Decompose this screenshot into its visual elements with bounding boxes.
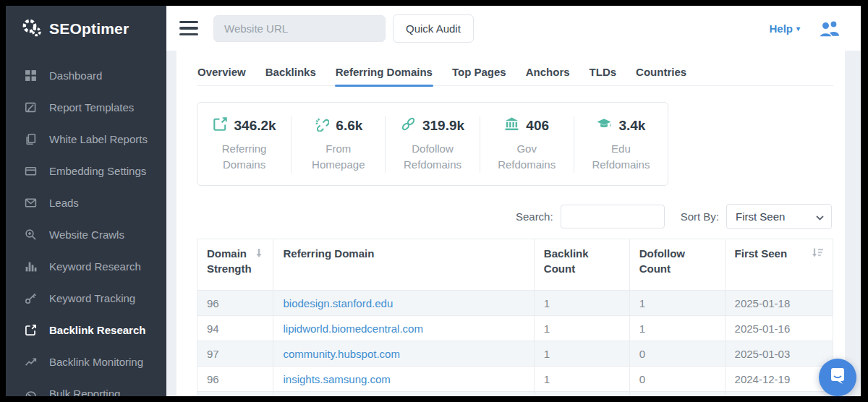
bank-icon [504, 116, 519, 134]
stat-label: Referring Domains [211, 141, 278, 173]
embedding-settings-icon [24, 164, 37, 177]
sidebar-item-bulk-reporting[interactable]: Bulk Reporting [6, 377, 166, 396]
tab-overview[interactable]: Overview [197, 61, 247, 85]
cell-referring-domain: lipidworld.biomedcentral.com [273, 316, 534, 341]
sidebar-item-leads[interactable]: Leads [6, 187, 166, 218]
hamburger-menu-icon[interactable] [179, 21, 198, 36]
sidebar-item-embedding-settings[interactable]: Embedding Settings [6, 155, 166, 187]
cell-domain-strength: 94 [197, 316, 273, 341]
referring-domain-link[interactable]: lipidworld.biomedcentral.com [283, 322, 422, 335]
stat-value: 3.4k [618, 118, 645, 134]
cell-dofollow-count: 1 [629, 291, 725, 316]
topbar: Quick Audit Help ▾ [166, 6, 861, 51]
stat-referring-domains: 346.2k Referring Domains [197, 116, 292, 173]
website-crawls-search-icon [24, 228, 37, 241]
broken-link-icon [314, 116, 329, 134]
cell-dofollow-count: 2 [629, 392, 725, 397]
app-window: SEOptimer Dashboard Report Templates Whi… [6, 6, 861, 396]
brand-logo[interactable]: SEOptimer [6, 6, 166, 52]
sidebar-item-backlink-monitoring[interactable]: Backlink Monitoring [6, 346, 166, 377]
white-label-reports-icon [24, 132, 37, 145]
search-input[interactable] [561, 205, 665, 228]
cell-referring-domain: community.hubspot.com [273, 341, 534, 367]
cell-first-seen: 2025-01-03 [725, 341, 833, 367]
stat-value: 319.9k [422, 118, 464, 134]
stat-label: Gov Refdomains [493, 141, 560, 173]
cell-dofollow-count: 0 [629, 341, 725, 367]
seoptimer-gear-icon [20, 16, 43, 42]
table-header-row: Domain Strength Referring Domain Backlin… [197, 239, 833, 291]
sidebar-item-label: Keyword Tracking [49, 292, 135, 304]
sidebar-item-report-templates[interactable]: Report Templates [6, 91, 166, 123]
column-header-dofollow-count[interactable]: Dofollow Count [629, 239, 725, 291]
cell-domain-strength: 97 [197, 341, 273, 367]
backlink-monitoring-chart-icon [24, 355, 37, 368]
cell-first-seen: 2024-12-19 [725, 367, 833, 392]
stat-value: 346.2k [234, 118, 276, 134]
table-row: 96 biodesign.stanford.edu 1 1 2025-01-18 [197, 291, 833, 316]
column-header-backlink-count[interactable]: Backlink Count [534, 239, 629, 291]
cell-backlink-count: 1 [534, 291, 629, 316]
stat-label: From Homepage [305, 141, 372, 173]
cell-referring-domain: insights.samsung.com [273, 367, 534, 392]
tab-countries[interactable]: Countries [635, 61, 687, 85]
cell-backlink-count: 1 [534, 341, 629, 367]
graduation-cap-icon [596, 116, 612, 134]
sort-amount-icon [812, 247, 823, 262]
sidebar-item-dashboard[interactable]: Dashboard [6, 59, 166, 91]
tab-top-pages[interactable]: Top Pages [451, 61, 507, 85]
referring-domain-link[interactable]: biodesign.stanford.edu [283, 297, 393, 309]
tab-backlinks[interactable]: Backlinks [265, 61, 317, 85]
stats-summary-card: 346.2k Referring Domains 6.6k From Homep… [197, 102, 668, 186]
chevron-down-icon: ▾ [796, 25, 800, 33]
cell-dofollow-count: 1 [629, 316, 725, 341]
sidebar-item-keyword-research[interactable]: Keyword Research [6, 250, 166, 282]
help-menu[interactable]: Help ▾ [769, 22, 800, 35]
brand-name: SEOptimer [49, 20, 129, 38]
cell-dofollow-count: 0 [629, 367, 725, 392]
sort-arrow-down-icon [255, 247, 263, 262]
sidebar-item-keyword-tracking[interactable]: Keyword Tracking [6, 282, 166, 314]
link-icon [401, 116, 416, 134]
keyword-research-bars-icon [24, 260, 37, 273]
sort-by-value: First Seen [736, 210, 785, 223]
sidebar-item-label: Embedding Settings [49, 165, 146, 177]
sidebar-item-white-label-reports[interactable]: White Label Reports [6, 123, 166, 155]
quick-audit-button[interactable]: Quick Audit [393, 14, 474, 43]
sidebar-item-backlink-research[interactable]: Backlink Research [6, 314, 166, 346]
cell-first-seen: 2024-12-13 [725, 392, 833, 397]
referring-domain-link[interactable]: community.hubspot.com [283, 348, 399, 360]
sidebar-item-label: Website Crawls [49, 228, 124, 241]
sort-by-select[interactable]: First Seen [726, 204, 832, 229]
sidebar-item-label: Bulk Reporting [49, 388, 120, 397]
sidebar-item-label: Dashboard [49, 69, 102, 82]
sidebar-item-label: Backlink Research [49, 324, 145, 336]
referring-domain-link[interactable]: insights.samsung.com [283, 373, 390, 385]
stat-edu-refdomains: 3.4k Edu Refdomains [574, 116, 668, 173]
chevron-down-icon [816, 210, 824, 223]
stat-dofollow-refdomains: 319.9k Dofollow Refdomains [386, 116, 480, 173]
column-header-referring-domain[interactable]: Referring Domain [273, 239, 534, 291]
sidebar-item-website-crawls[interactable]: Website Crawls [6, 218, 166, 250]
tab-referring-domains[interactable]: Referring Domains [335, 61, 433, 85]
table-row: 97 heal.nih.gov 2 2 2024-12-13 [197, 392, 833, 397]
tab-tlds[interactable]: TLDs [589, 61, 618, 85]
table-row: 97 community.hubspot.com 1 0 2025-01-03 [197, 341, 833, 367]
website-url-input[interactable] [213, 15, 386, 42]
sidebar-item-label: Backlink Monitoring [49, 356, 143, 368]
report-panel: Overview Backlinks Referring Domains Top… [176, 51, 845, 396]
stat-gov-refdomains: 406 Gov Refdomains [480, 116, 574, 173]
external-link-icon [213, 116, 228, 134]
column-header-first-seen[interactable]: First Seen [725, 239, 833, 291]
stat-value: 406 [526, 118, 549, 134]
bulk-reporting-gauge-icon [24, 387, 37, 396]
tab-anchors[interactable]: Anchors [525, 61, 571, 85]
chat-widget-button[interactable] [819, 359, 856, 396]
cell-domain-strength: 96 [197, 291, 273, 316]
stat-from-homepage: 6.6k From Homepage [292, 116, 386, 173]
column-header-domain-strength[interactable]: Domain Strength [197, 239, 273, 291]
cell-referring-domain: heal.nih.gov [273, 392, 534, 397]
stat-label: Dofollow Refdomains [399, 141, 466, 173]
sidebar-item-label: Report Templates [49, 101, 134, 114]
users-icon[interactable] [817, 20, 842, 38]
